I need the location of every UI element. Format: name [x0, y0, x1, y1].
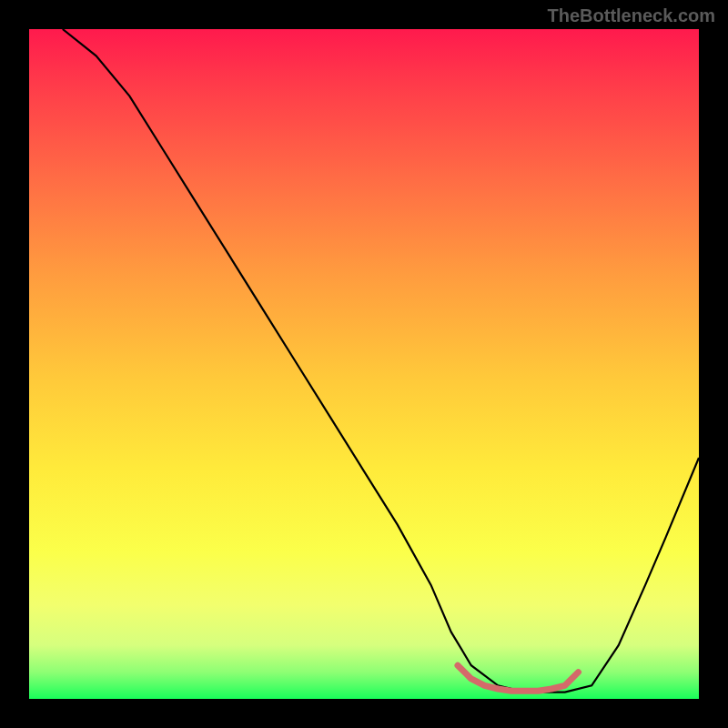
chart-svg	[29, 29, 699, 699]
watermark-text: TheBottleneck.com	[548, 5, 715, 26]
bottleneck-curve-path	[63, 29, 699, 693]
chart-plot-area	[29, 29, 699, 699]
